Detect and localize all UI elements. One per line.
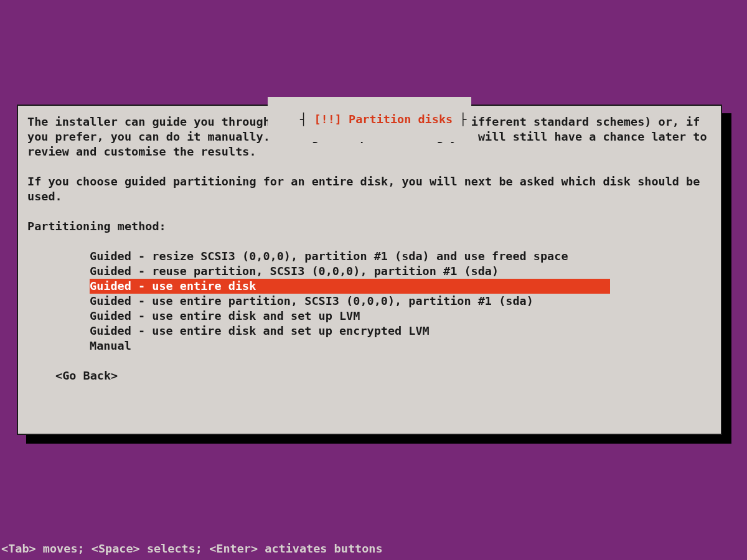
option-label: Guided - use entire disk and set up LVM	[90, 309, 360, 322]
partitioning-option[interactable]: Manual	[27, 338, 712, 353]
option-label: Guided - use entire disk and set up encr…	[90, 324, 430, 337]
go-back-button[interactable]: <Go Back>	[27, 368, 118, 383]
option-label: Guided - reuse partition, SCSI3 (0,0,0),…	[90, 264, 499, 278]
partitioning-method-prompt: Partitioning method:	[27, 219, 712, 234]
partitioning-option[interactable]: Guided - use entire disk and set up encr…	[27, 324, 712, 338]
dialog-title: ┤ [!!] Partition disks ├	[268, 97, 472, 142]
partitioning-option[interactable]: Guided - use entire disk	[27, 279, 712, 294]
partitioning-option[interactable]: Guided - resize SCSI3 (0,0,0), partition…	[27, 249, 712, 264]
option-label: Guided - resize SCSI3 (0,0,0), partition…	[90, 250, 568, 263]
partitioning-option[interactable]: Guided - reuse partition, SCSI3 (0,0,0),…	[27, 264, 712, 279]
partition-dialog: ┤ [!!] Partition disks ├ The installer c…	[17, 105, 722, 435]
dialog-body: The installer can guide you through part…	[18, 106, 721, 390]
description-paragraph-2: If you choose guided partitioning for an…	[27, 174, 712, 204]
title-text: Partition disks	[342, 113, 453, 126]
option-label: Manual	[90, 339, 131, 352]
title-bracket-open: ┤	[300, 113, 314, 126]
option-label: Guided - use entire partition, SCSI3 (0,…	[90, 294, 533, 307]
title-priority-marker: [!!]	[314, 113, 342, 126]
option-label: Guided - use entire disk	[90, 279, 256, 292]
partitioning-option[interactable]: Guided - use entire disk and set up LVM	[27, 309, 712, 324]
keyboard-hint-bar: <Tab> moves; <Space> selects; <Enter> ac…	[0, 541, 383, 556]
partitioning-options-list: Guided - resize SCSI3 (0,0,0), partition…	[27, 249, 712, 353]
partitioning-option[interactable]: Guided - use entire partition, SCSI3 (0,…	[27, 294, 712, 309]
title-bracket-close: ├	[453, 113, 466, 126]
